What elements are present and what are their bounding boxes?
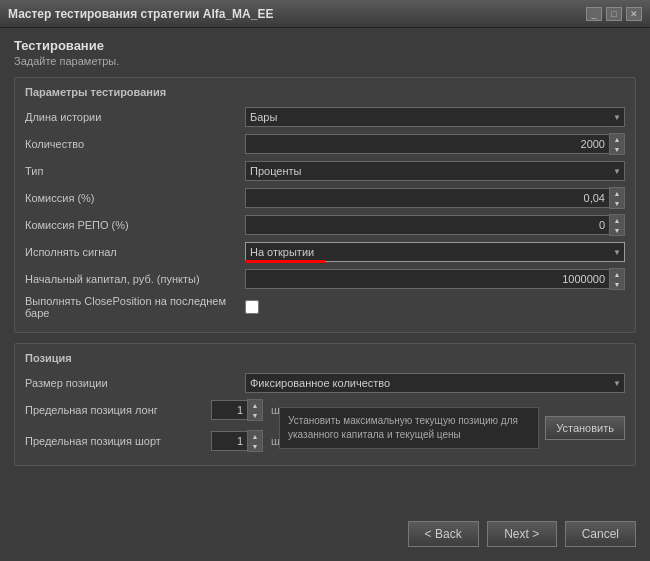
quantity-up-btn[interactable]: ▲ — [610, 134, 624, 144]
value-signal: На открытии — [245, 242, 625, 262]
repo-down-btn[interactable]: ▼ — [610, 225, 624, 235]
label-pos-size: Размер позиции — [25, 377, 245, 389]
field-row-signal: Исполнять сигнал На открытии — [25, 241, 625, 263]
window-title: Мастер тестирования стратегии Alfa_MA_EE — [8, 7, 273, 21]
select-wrapper-pos-size: Фиксированное количество — [245, 373, 625, 393]
pos-long-short-section: Предельная позиция лонг ▲ ▼ шт. Предельн… — [25, 399, 265, 457]
value-repo: ▲ ▼ — [245, 214, 625, 236]
capital-input[interactable] — [245, 269, 609, 289]
close-button[interactable]: ✕ — [626, 7, 642, 21]
pos-info-box: Установить максимальную текущую позицию … — [279, 407, 539, 449]
closepos-checkbox[interactable] — [245, 300, 259, 314]
field-row-closepos: Выполнять ClosePosition на последнем бар… — [25, 295, 625, 319]
value-closepos — [245, 300, 625, 314]
params-panel-title: Параметры тестирования — [25, 86, 625, 98]
cancel-button[interactable]: Cancel — [565, 521, 636, 547]
commission-spinner-btns: ▲ ▼ — [609, 187, 625, 209]
section-title: Тестирование — [14, 38, 636, 53]
label-signal: Исполнять сигнал — [25, 246, 245, 258]
value-quantity: ▲ ▼ — [245, 133, 625, 155]
select-wrapper-type: Проценты — [245, 161, 625, 181]
red-arrow-indicator — [245, 260, 325, 263]
quantity-input[interactable] — [245, 134, 609, 154]
label-commission: Комиссия (%) — [25, 192, 245, 204]
repo-input[interactable] — [245, 215, 609, 235]
repo-up-btn[interactable]: ▲ — [610, 215, 624, 225]
title-bar: Мастер тестирования стратегии Alfa_MA_EE… — [0, 0, 650, 28]
label-repo: Комиссия РЕПО (%) — [25, 219, 245, 231]
window-controls: _ □ ✕ — [586, 7, 642, 21]
position-panel-title: Позиция — [25, 352, 625, 364]
long-down-btn[interactable]: ▼ — [248, 410, 262, 420]
field-row-repo: Комиссия РЕПО (%) ▲ ▼ — [25, 214, 625, 236]
spinner-quantity: ▲ ▼ — [245, 133, 625, 155]
label-history: Длина истории — [25, 111, 245, 123]
long-input[interactable] — [211, 400, 247, 420]
repo-spinner-btns: ▲ ▼ — [609, 214, 625, 236]
capital-up-btn[interactable]: ▲ — [610, 269, 624, 279]
spinner-long: ▲ ▼ — [211, 399, 261, 421]
signal-wrapper: На открытии — [245, 242, 625, 262]
spinner-capital: ▲ ▼ — [245, 268, 625, 290]
capital-down-btn[interactable]: ▼ — [610, 279, 624, 289]
select-pos-size[interactable]: Фиксированное количество — [245, 373, 625, 393]
value-type: Проценты — [245, 161, 625, 181]
commission-up-btn[interactable]: ▲ — [610, 188, 624, 198]
pos-info-container: Установить максимальную текущую позицию … — [279, 399, 625, 457]
label-closepos: Выполнять ClosePosition на последнем бар… — [25, 295, 245, 319]
label-quantity: Количество — [25, 138, 245, 150]
field-row-pos-size: Размер позиции Фиксированное количество — [25, 372, 625, 394]
section-subtitle: Задайте параметры. — [14, 55, 636, 67]
field-row-history: Длина истории Бары — [25, 106, 625, 128]
select-signal[interactable]: На открытии — [245, 242, 625, 262]
position-panel: Позиция Размер позиции Фиксированное кол… — [14, 343, 636, 466]
capital-spinner-btns: ▲ ▼ — [609, 268, 625, 290]
field-row-commission: Комиссия (%) ▲ ▼ — [25, 187, 625, 209]
select-type[interactable]: Проценты — [245, 161, 625, 181]
main-content: Тестирование Задайте параметры. Параметр… — [0, 28, 650, 561]
label-capital: Начальный капитал, руб. (пункты) — [25, 273, 245, 285]
select-history[interactable]: Бары — [245, 107, 625, 127]
pos-info-row: Предельная позиция лонг ▲ ▼ шт. Предельн… — [25, 399, 625, 457]
set-position-button[interactable]: Установить — [545, 416, 625, 440]
quantity-spinner-btns: ▲ ▼ — [609, 133, 625, 155]
field-row-short: Предельная позиция шорт ▲ ▼ шт. — [25, 430, 265, 452]
short-up-btn[interactable]: ▲ — [248, 431, 262, 441]
select-wrapper-signal: На открытии — [245, 242, 625, 262]
commission-input[interactable] — [245, 188, 609, 208]
params-panel: Параметры тестирования Длина истории Бар… — [14, 77, 636, 333]
value-commission: ▲ ▼ — [245, 187, 625, 209]
value-history: Бары — [245, 107, 625, 127]
commission-down-btn[interactable]: ▼ — [610, 198, 624, 208]
field-row-long: Предельная позиция лонг ▲ ▼ шт. — [25, 399, 265, 421]
minimize-button[interactable]: _ — [586, 7, 602, 21]
short-down-btn[interactable]: ▼ — [248, 441, 262, 451]
field-row-quantity: Количество ▲ ▼ — [25, 133, 625, 155]
spinner-repo: ▲ ▼ — [245, 214, 625, 236]
back-button[interactable]: < Back — [408, 521, 479, 547]
select-wrapper-history: Бары — [245, 107, 625, 127]
next-button[interactable]: Next > — [487, 521, 557, 547]
spinner-commission: ▲ ▼ — [245, 187, 625, 209]
header-section: Тестирование Задайте параметры. — [14, 38, 636, 67]
value-capital: ▲ ▼ — [245, 268, 625, 290]
label-short: Предельная позиция шорт — [25, 435, 205, 447]
value-pos-size: Фиксированное количество — [245, 373, 625, 393]
quantity-down-btn[interactable]: ▼ — [610, 144, 624, 154]
label-type: Тип — [25, 165, 245, 177]
field-row-type: Тип Проценты — [25, 160, 625, 182]
short-input[interactable] — [211, 431, 247, 451]
long-up-btn[interactable]: ▲ — [248, 400, 262, 410]
long-spinner-btns: ▲ ▼ — [247, 399, 263, 421]
short-spinner-btns: ▲ ▼ — [247, 430, 263, 452]
maximize-button[interactable]: □ — [606, 7, 622, 21]
footer: < Back Next > Cancel — [14, 513, 636, 551]
label-long: Предельная позиция лонг — [25, 404, 205, 416]
spinner-short: ▲ ▼ — [211, 430, 261, 452]
field-row-capital: Начальный капитал, руб. (пункты) ▲ ▼ — [25, 268, 625, 290]
